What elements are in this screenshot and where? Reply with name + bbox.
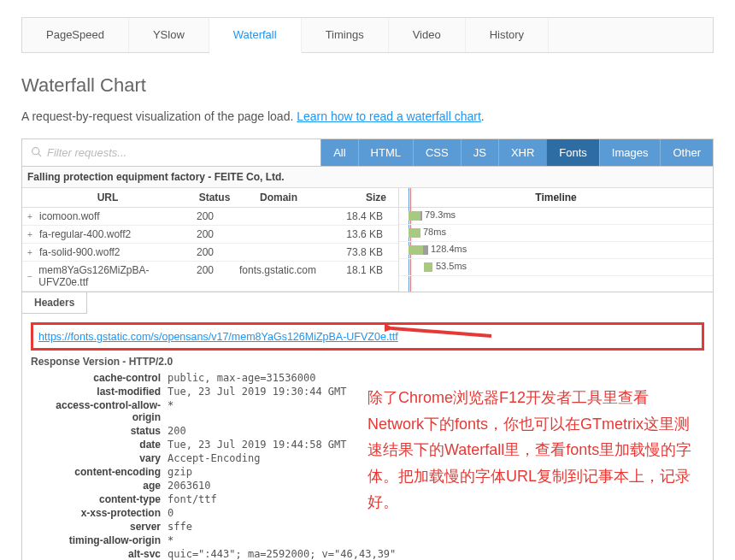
header-name: x-xss-protection [31, 507, 168, 519]
expand-icon[interactable]: − [27, 272, 35, 281]
request-url-link[interactable]: https://fonts.gstatic.com/s/opensans/v17… [38, 331, 398, 343]
size-cell: 73.8 KB [321, 244, 390, 261]
header-name: status [31, 425, 168, 437]
size-cell: 13.6 KB [321, 226, 390, 243]
header-row: alt-svcquic=":443"; ma=2592000; v="46,43… [31, 547, 704, 560]
domain-cell [236, 226, 321, 243]
expand-icon[interactable]: + [27, 230, 36, 239]
header-name: cache-control [31, 372, 168, 384]
timing-bar-wait [409, 228, 420, 238]
filter-images[interactable]: Images [599, 139, 661, 166]
request-url-box: https://fonts.gstatic.com/s/opensans/v17… [31, 322, 704, 351]
header-value: quic=":443"; ma=2592000; v="46,43,39" [168, 548, 704, 560]
search-icon [31, 146, 42, 160]
headers-tab[interactable]: Headers [22, 292, 87, 314]
header-row: serversffe [31, 520, 704, 533]
timing-bar-receive [420, 211, 422, 221]
header-name: server [31, 521, 168, 533]
size-cell: 18.1 KB [321, 262, 390, 291]
table-header: URL Status Domain Size [22, 188, 398, 208]
description: A request-by-request visualization of th… [21, 109, 714, 123]
annotation-arrow [385, 323, 496, 349]
table-row[interactable]: −mem8YaGs126MiZpBA-UFVZ0e.ttf200fonts.gs… [22, 262, 398, 292]
main-tabs: PageSpeedYSlowWaterfallTimingsVideoHisto… [21, 17, 714, 53]
url-cell: fa-solid-900.woff2 [39, 246, 121, 258]
header-name: access-control-allow-origin [31, 399, 168, 423]
url-cell: icomoon.woff [39, 210, 99, 222]
expand-icon[interactable]: + [27, 212, 36, 221]
timeline-row: 79.3ms [399, 208, 713, 225]
svg-line-3 [391, 328, 491, 336]
filter-css[interactable]: CSS [413, 139, 461, 166]
size-cell: 18.4 KB [321, 208, 390, 225]
status-cell: 200 [193, 262, 236, 291]
left-columns: URL Status Domain Size +icomoon.woff2001… [22, 188, 398, 292]
status-cell: 200 [193, 208, 236, 225]
filter-other[interactable]: Other [660, 139, 713, 166]
timing-label: 79.3ms [425, 209, 456, 220]
th-domain[interactable]: Domain [236, 188, 321, 207]
filter-input[interactable] [47, 146, 312, 159]
filter-all[interactable]: All [320, 139, 357, 166]
status-cell: 200 [193, 226, 236, 243]
description-text: A request-by-request visualization of th… [21, 109, 297, 123]
header-name: content-encoding [31, 466, 168, 478]
timeline-column: Timeline 79.3ms78ms128.4ms53.5ms [398, 188, 713, 292]
timing-label: 53.5ms [436, 261, 467, 271]
tab-timings[interactable]: Timings [302, 18, 389, 52]
header-row: timing-allow-origin* [31, 533, 704, 547]
header-value: * [168, 534, 704, 546]
timeline-row: 128.4ms [399, 242, 713, 259]
page-title: Waterfall Chart [21, 74, 714, 97]
response-version: Response Version - HTTP/2.0 [31, 356, 704, 368]
th-url[interactable]: URL [22, 188, 193, 207]
filter-js[interactable]: JS [461, 139, 498, 166]
tab-history[interactable]: History [466, 18, 549, 52]
filter-html[interactable]: HTML [358, 139, 413, 166]
header-name: timing-allow-origin [31, 534, 168, 546]
header-name: age [31, 480, 168, 492]
header-value: public, max-age=31536000 [168, 372, 704, 384]
header-row: cache-controlpublic, max-age=31536000 [31, 371, 704, 385]
url-cell: fa-regular-400.woff2 [39, 228, 131, 240]
th-status[interactable]: Status [193, 188, 236, 207]
page-name-row: Falling protection equipment factory - F… [22, 167, 713, 188]
svg-point-0 [32, 147, 39, 154]
table-row[interactable]: +icomoon.woff20018.4 KB [22, 208, 398, 226]
table-row[interactable]: +fa-solid-900.woff220073.8 KB [22, 244, 398, 262]
table-row[interactable]: +fa-regular-400.woff220013.6 KB [22, 226, 398, 244]
timing-label: 78ms [423, 227, 446, 237]
filter-bar: AllHTMLCSSJSXHRFontsImagesOther [21, 139, 714, 167]
tab-video[interactable]: Video [389, 18, 466, 52]
domain-cell [236, 208, 321, 225]
filter-buttons: AllHTMLCSSJSXHRFontsImagesOther [320, 139, 713, 166]
filter-input-wrap [22, 139, 320, 166]
status-cell: 200 [193, 244, 236, 261]
header-name: date [31, 439, 168, 451]
tab-pagespeed[interactable]: PageSpeed [22, 18, 129, 52]
header-name: last-modified [31, 386, 168, 398]
timing-bar-wait [424, 262, 432, 272]
domain-cell: fonts.gstatic.com [236, 262, 321, 291]
filter-fonts[interactable]: Fonts [546, 139, 599, 166]
timing-bar-wait [409, 211, 420, 221]
timeline-row: 53.5ms [399, 259, 713, 276]
tab-yslow[interactable]: YSlow [129, 18, 209, 52]
header-name: content-type [31, 493, 168, 505]
table-area: URL Status Domain Size +icomoon.woff2001… [22, 188, 713, 292]
expand-icon[interactable]: + [27, 248, 36, 257]
svg-line-1 [38, 153, 41, 156]
filter-xhr[interactable]: XHR [498, 139, 546, 166]
th-timeline[interactable]: Timeline [399, 188, 713, 208]
timing-label: 128.4ms [431, 244, 467, 254]
header-name: alt-svc [31, 548, 168, 560]
th-size[interactable]: Size [321, 188, 390, 207]
domain-cell [236, 244, 321, 261]
learn-link[interactable]: Learn how to read a waterfall chart [297, 109, 481, 123]
timing-bar-wait [409, 245, 423, 255]
timeline-row: 78ms [399, 225, 713, 242]
annotation-text: 除了Chrome浏览器F12开发者工具里查看Network下的fonts，你也可… [368, 385, 705, 516]
timing-bar-receive [423, 245, 428, 255]
tab-waterfall[interactable]: Waterfall [209, 18, 302, 53]
header-value: sffe [168, 521, 704, 533]
